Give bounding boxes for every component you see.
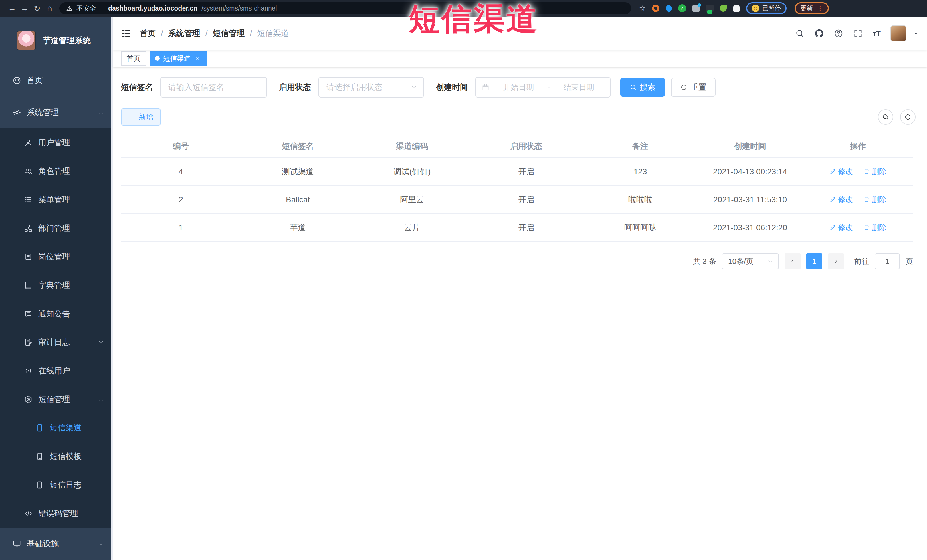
tab[interactable]: 短信渠道 [149, 51, 207, 66]
font-size-icon[interactable] [872, 29, 881, 38]
browser-back-icon[interactable] [6, 4, 18, 13]
sidebar-item-label: 菜单管理 [38, 194, 70, 205]
cell-remark: 啦啦啦 [583, 186, 697, 214]
sidebar-item[interactable]: 短信渠道 [0, 414, 113, 442]
column-header: 渠道编码 [355, 135, 469, 158]
breadcrumb-item[interactable]: 首页 [140, 28, 156, 39]
search-icon [629, 83, 637, 91]
sidebar-item[interactable]: 审计日志 [0, 328, 113, 357]
edit-link[interactable]: 修改 [830, 194, 853, 205]
chevron-icon [97, 396, 105, 403]
divider [102, 5, 102, 12]
sidebar-item[interactable]: 基础设施 [0, 528, 113, 560]
refresh-table-button[interactable] [900, 109, 916, 124]
sidebar-item[interactable]: 错误码管理 [0, 499, 113, 528]
extension-icon[interactable] [678, 4, 686, 12]
sidebar-item[interactable]: 在线用户 [0, 357, 113, 385]
chevron-down-icon[interactable] [913, 30, 919, 36]
github-icon[interactable] [814, 29, 824, 38]
sidebar-item[interactable]: 菜单管理 [0, 185, 113, 214]
browser-home-icon[interactable] [43, 4, 56, 13]
plus-icon [128, 113, 136, 121]
warning-icon [66, 5, 73, 11]
app-window: 短信渠道 不安全 dashboard.yudao.iocoder.cn /sys… [0, 0, 927, 560]
create-time-label: 创建时间 [436, 82, 468, 93]
sidebar-item[interactable]: 短信管理 [0, 385, 113, 414]
browser-reload-icon[interactable] [31, 4, 43, 13]
search-icon[interactable] [795, 29, 805, 38]
extension-icon[interactable] [664, 4, 673, 12]
cell-id: 2 [121, 186, 241, 214]
column-header: 创建时间 [697, 135, 803, 158]
hamburger-icon[interactable] [121, 28, 131, 38]
sidebar-item-label: 首页 [27, 75, 43, 86]
help-icon[interactable] [834, 29, 843, 38]
sidebar-item-icon [35, 481, 44, 489]
sidebar-item[interactable]: 短信日志 [0, 471, 113, 499]
breadcrumb-item[interactable]: 系统管理 [168, 28, 200, 39]
cell-signature: Ballcat [241, 186, 355, 214]
avatar[interactable] [891, 26, 906, 41]
page-number-button[interactable]: 1 [806, 253, 822, 269]
column-header: 操作 [803, 135, 913, 158]
column-header: 短信签名 [241, 135, 355, 158]
delete-link[interactable]: 删除 [863, 223, 886, 232]
page-size-select[interactable]: 10条/页 [722, 253, 779, 269]
sidebar-item[interactable]: 部门管理 [0, 214, 113, 243]
add-button[interactable]: 新增 [121, 108, 161, 126]
cell-status: 开启 [469, 158, 583, 186]
signature-input[interactable] [160, 77, 267, 97]
extension-icon[interactable] [652, 5, 660, 12]
goto-page-input[interactable] [875, 253, 900, 269]
sidebar-item[interactable]: 岗位管理 [0, 243, 113, 271]
prev-page-button[interactable] [785, 253, 801, 269]
fullscreen-icon[interactable] [853, 29, 863, 38]
sidebar-item[interactable]: 用户管理 [0, 128, 113, 157]
chevron-right-icon [833, 258, 839, 264]
toggle-search-button[interactable] [878, 109, 894, 124]
sidebar-item[interactable]: 系统管理 [0, 96, 113, 128]
tab[interactable]: 首页 [121, 51, 146, 66]
cell-code: 调试(钉钉) [355, 158, 469, 186]
tabs-bar: 首页 短信渠道 [113, 50, 927, 67]
extension-icon[interactable] [693, 5, 700, 12]
cell-status: 开启 [469, 214, 583, 241]
breadcrumb-separator: / [161, 29, 163, 38]
edit-icon [830, 168, 836, 175]
browser-update-button[interactable]: 更新 [795, 2, 829, 14]
paused-extension-badge[interactable]: 已暂停 [746, 2, 787, 14]
edit-link[interactable]: 修改 [830, 167, 853, 177]
sidebar-item[interactable]: 短信模板 [0, 442, 113, 471]
status-select[interactable]: 请选择启用状态 [318, 77, 424, 97]
sidebar-item-icon [24, 310, 32, 318]
app-logo-row[interactable]: 芋道管理系统 [0, 17, 113, 64]
sidebar-item[interactable]: 首页 [0, 64, 113, 96]
sidebar-item[interactable]: 通知公告 [0, 299, 113, 328]
address-bar[interactable]: 不安全 dashboard.yudao.iocoder.cn /system/s… [59, 2, 631, 14]
date-range-picker[interactable]: 开始日期 - 结束日期 [475, 77, 611, 97]
search-button[interactable]: 搜索 [620, 78, 665, 97]
reset-button[interactable]: 重置 [671, 78, 716, 97]
breadcrumb-item[interactable]: 短信管理 [213, 28, 245, 39]
browser-toolbar: 不安全 dashboard.yudao.iocoder.cn /system/s… [0, 0, 927, 17]
browser-forward-icon[interactable] [18, 4, 31, 13]
extension-icon[interactable] [706, 5, 714, 12]
extension-icon[interactable] [733, 5, 740, 12]
delete-link[interactable]: 删除 [863, 194, 886, 205]
close-icon[interactable] [195, 55, 201, 62]
sidebar-item-icon [12, 76, 21, 85]
edit-link[interactable]: 修改 [830, 223, 853, 232]
sidebar-item[interactable]: 字典管理 [0, 271, 113, 299]
sidebar-scrollbar[interactable] [111, 17, 113, 560]
browser-menu-icon[interactable] [817, 5, 823, 12]
extension-icon[interactable] [720, 5, 727, 12]
sidebar-item-label: 短信模板 [50, 451, 82, 462]
sidebar-item-icon [12, 539, 21, 548]
edit-icon [830, 224, 836, 231]
delete-link[interactable]: 删除 [863, 167, 886, 177]
sidebar-item[interactable]: 角色管理 [0, 157, 113, 185]
cell-remark: 呵呵呵哒 [583, 214, 697, 241]
bookmark-star-icon[interactable] [639, 4, 646, 13]
next-page-button[interactable] [828, 253, 844, 269]
sidebar-menu: 首页 系统管理 用户管理 角色管理 [0, 64, 113, 560]
